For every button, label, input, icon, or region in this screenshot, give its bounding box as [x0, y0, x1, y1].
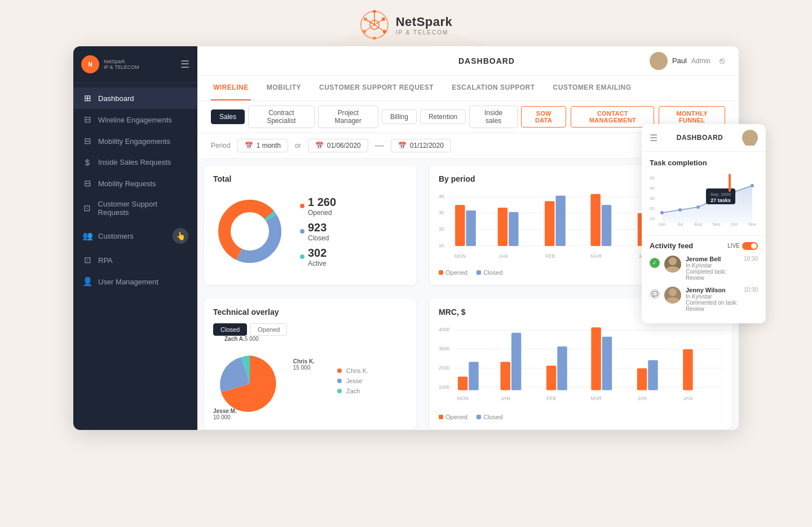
period-label: Period: [211, 142, 231, 150]
period-duration[interactable]: 📅 1 month: [237, 139, 288, 152]
svg-point-14: [652, 63, 665, 70]
sidebar-item-wireline[interactable]: ⊟ Wireline Engagements: [73, 109, 197, 130]
subtab-project-manager[interactable]: Project Manager: [318, 106, 378, 128]
sidebar-item-dashboard[interactable]: ⊞ Dashboard: [73, 87, 197, 109]
sidebar-item-label: RPA: [98, 256, 113, 265]
svg-text:4000: 4000: [439, 327, 450, 332]
user-mgmt-icon: 👤: [82, 276, 92, 287]
sidebar-logo: N: [81, 55, 99, 73]
period-to[interactable]: 📅 01/12/2020: [391, 139, 451, 152]
svg-text:3000: 3000: [439, 346, 450, 352]
pie-chart-area: Zach A.5 000: [213, 341, 407, 420]
pie-legend-zach: Zach: [337, 388, 368, 394]
tab-customer-support[interactable]: CUSTOMER SUPPORT REQUEST: [317, 76, 436, 100]
tab-escalation[interactable]: ESCALATION SUPPORT: [449, 76, 537, 100]
svg-point-96: [666, 297, 679, 304]
sidebar-item-customers[interactable]: 👥 Customers 👆: [73, 222, 197, 249]
sidebar-item-customer-support[interactable]: ⊡ Customer Support Requests: [73, 194, 197, 222]
activity-name-jenny: Jenny Wilson: [686, 287, 739, 293]
svg-point-93: [669, 257, 677, 265]
app-container: N NetSpark IP & TELECOM ☰ ⊞ Dashboard ⊟ …: [73, 46, 739, 430]
activity-action-jenny: Commented on task: Review: [686, 300, 739, 312]
svg-text:Jun: Jun: [659, 222, 666, 226]
tab-wireline[interactable]: WIRELINE: [211, 76, 251, 100]
check-icon: ✓: [650, 258, 660, 268]
sidebar-item-inside-sales[interactable]: $ Inside Sales Requests: [73, 152, 197, 173]
svg-point-94: [666, 266, 679, 273]
subtab-billing[interactable]: Billing: [382, 109, 417, 124]
subtab-sales[interactable]: Sales: [211, 109, 245, 124]
sidebar-item-label: Wireline Engagements: [98, 116, 172, 124]
subtab-inside-sales[interactable]: Inside sales: [469, 106, 518, 128]
svg-text:MON: MON: [454, 253, 466, 259]
tab-customer-emailing[interactable]: CUSTOMER EMAILING: [551, 76, 634, 100]
activity-item-1: ✓ Jerome Bell In Kyivstar Completed task…: [650, 256, 758, 281]
total-chart-panel: Total: [204, 165, 416, 285]
task-completion-section: Task completion 50 40 30 20 10: [642, 152, 766, 236]
technical-overlay-title: Technical overlay: [213, 308, 407, 317]
subtab-retention[interactable]: Retention: [420, 109, 466, 124]
svg-text:Oct: Oct: [731, 222, 738, 226]
pie-ann-jesse: Jesse M.10 000: [213, 408, 237, 420]
sidebar-nav: ⊞ Dashboard ⊟ Wireline Engagements ⊟ Mob…: [73, 83, 197, 430]
svg-rect-31: [545, 201, 554, 245]
svg-rect-52: [458, 376, 467, 390]
contact-management-button[interactable]: CONTACT MANAGEMENT: [571, 106, 654, 128]
chris-dot: [337, 368, 342, 373]
svg-text:JAN: JAN: [501, 396, 510, 401]
logout-icon[interactable]: ⎋: [720, 56, 725, 66]
opened-square: [439, 270, 443, 275]
sidebar-item-mobility-engagements[interactable]: ⊟ Mobility Engagements: [73, 130, 197, 152]
svg-rect-57: [557, 346, 567, 390]
live-badge: LIVE: [727, 242, 758, 250]
live-toggle-knob: [751, 243, 757, 249]
svg-line-6: [374, 25, 385, 32]
logo-text: NetSpark IP & TELECOM: [396, 15, 453, 36]
svg-rect-58: [591, 327, 601, 390]
svg-rect-56: [546, 366, 556, 390]
support-icon: ⊡: [82, 203, 92, 213]
hamburger-mini-icon[interactable]: ☰: [650, 133, 657, 143]
hamburger-icon[interactable]: ☰: [180, 58, 189, 71]
svg-text:Nov: Nov: [748, 222, 756, 226]
svg-text:20: 20: [439, 226, 444, 232]
activity-avatar-jerome: [664, 256, 681, 273]
sidebar-item-user-mgmt[interactable]: 👤 User Management: [73, 271, 197, 292]
zach-dot: [337, 389, 342, 393]
toggle-closed[interactable]: Closed: [213, 323, 247, 336]
pie-chart: [213, 350, 286, 418]
sidebar-item-label: Dashboard: [98, 94, 134, 103]
mrc-chart: 4000 3000 2000 1000: [439, 323, 723, 408]
svg-text:Jul: Jul: [677, 222, 683, 226]
mrc-legend-closed: Closed: [476, 414, 502, 420]
pie-legend-jesse: Jesse: [337, 377, 368, 384]
activity-feed-section: Activity feed LIVE ✓ Jerome Bell In Kyiv…: [642, 236, 766, 323]
task-completion-title: Task completion: [650, 159, 758, 167]
svg-rect-61: [648, 360, 657, 390]
svg-point-9: [382, 17, 385, 21]
activity-name-jerome: Jerome Bell: [686, 256, 739, 262]
mrc-legend: Opened Closed: [439, 414, 723, 420]
tab-mobility[interactable]: MOBILITY: [264, 76, 303, 100]
user-role: Admin: [691, 57, 710, 65]
svg-text:10: 10: [439, 243, 444, 248]
toggle-opened[interactable]: Opened: [250, 323, 287, 336]
opened-dot: [300, 204, 304, 208]
svg-point-7: [373, 10, 376, 13]
svg-point-81: [751, 184, 754, 187]
sow-data-button[interactable]: SOW DATA: [521, 106, 567, 128]
period-from[interactable]: 📅 01/06/2020: [308, 139, 368, 152]
sidebar-header: N NetSpark IP & TELECOM ☰: [73, 46, 197, 83]
svg-text:Sep, 2020: Sep, 2020: [710, 192, 731, 197]
live-label: LIVE: [727, 243, 740, 249]
sidebar-item-rpa[interactable]: ⊡ RPA: [73, 249, 197, 271]
period-dash: —: [375, 140, 384, 151]
svg-rect-27: [455, 205, 465, 246]
svg-text:FEB: FEB: [545, 253, 555, 259]
live-toggle[interactable]: [742, 242, 758, 250]
sidebar-item-label: Inside Sales Requests: [98, 158, 171, 166]
sidebar-item-mobility-requests[interactable]: ⊟ Mobility Requests: [73, 173, 197, 194]
sidebar-item-label: Mobility Requests: [98, 179, 156, 188]
subtab-contract-specialist[interactable]: Contract Specialist: [248, 106, 315, 128]
activity-location-jenny: In Kyivstar: [686, 293, 739, 300]
